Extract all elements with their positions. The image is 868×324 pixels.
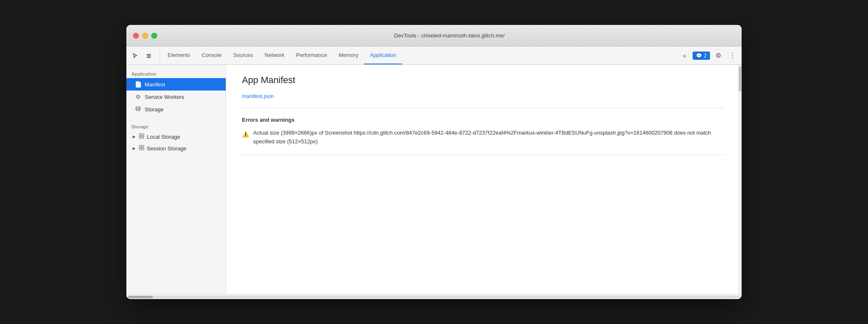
- application-section-label: Application: [126, 68, 226, 78]
- title-bar: DevTools - chiseled-mammoth-talos.glitch…: [126, 25, 742, 47]
- sidebar-item-manifest-label: Manifest: [145, 81, 165, 88]
- tabs: Elements Console Sources Network Perform…: [162, 47, 675, 64]
- session-storage-label: Session Storage: [147, 145, 186, 152]
- close-button[interactable]: [133, 33, 139, 39]
- toolbar-right: » 💬 2 ⚙ ⋮: [675, 47, 738, 64]
- storage-section-label: Storage: [126, 121, 226, 131]
- bottom-scrollbar[interactable]: [126, 294, 742, 299]
- sidebar-item-service-workers[interactable]: ⚙ Service Workers: [126, 91, 226, 103]
- svg-rect-6: [139, 137, 141, 139]
- sidebar: Application 📄 Manifest ⚙ Service Workers…: [126, 65, 226, 294]
- service-workers-icon: ⚙: [135, 93, 141, 100]
- tab-elements[interactable]: Elements: [162, 47, 196, 64]
- storage-icon: [135, 106, 141, 113]
- more-options-icon[interactable]: ⋮: [727, 50, 738, 61]
- svg-rect-8: [139, 145, 141, 147]
- content-scrollbar-thumb: [739, 66, 741, 91]
- bottom-scrollbar-track: [128, 296, 740, 298]
- traffic-lights: [133, 33, 157, 39]
- tab-performance[interactable]: Performance: [290, 47, 333, 64]
- svg-rect-0: [147, 54, 151, 55]
- window-title: DevTools - chiseled-mammoth-talos.glitch…: [164, 32, 735, 39]
- sidebar-item-service-workers-label: Service Workers: [145, 94, 184, 100]
- session-storage-grid-icon: [139, 145, 144, 152]
- local-storage-arrow: ▶: [131, 134, 136, 139]
- tab-memory[interactable]: Memory: [333, 47, 364, 64]
- minimize-button[interactable]: [142, 33, 148, 39]
- tab-application[interactable]: Application: [364, 47, 402, 64]
- svg-rect-9: [142, 145, 144, 147]
- local-storage-grid-icon: [139, 133, 144, 140]
- svg-rect-5: [142, 134, 144, 136]
- sidebar-item-local-storage[interactable]: ▶ Local Storage: [126, 131, 226, 142]
- sidebar-item-session-storage[interactable]: ▶ Session Storage: [126, 142, 226, 154]
- settings-icon[interactable]: ⚙: [713, 50, 724, 61]
- svg-rect-4: [139, 134, 141, 136]
- warning-icon: ⚠️: [242, 130, 249, 139]
- tab-network[interactable]: Network: [259, 47, 291, 64]
- msg-count: 2: [704, 53, 707, 59]
- sidebar-item-storage[interactable]: Storage: [126, 103, 226, 116]
- content-area: App Manifest manifest.json Errors and wa…: [229, 65, 738, 294]
- sidebar-item-manifest[interactable]: 📄 Manifest: [126, 78, 226, 91]
- page-title: App Manifest: [242, 75, 725, 86]
- content-scrollbar[interactable]: [738, 65, 742, 294]
- manifest-icon: 📄: [135, 81, 141, 88]
- warning-text: Actual size (3999×2666)px of Screenshot …: [253, 129, 725, 146]
- svg-point-3: [136, 107, 140, 108]
- tab-console[interactable]: Console: [196, 47, 227, 64]
- session-storage-arrow: ▶: [131, 146, 136, 151]
- cursor-icon[interactable]: [130, 50, 141, 61]
- msg-icon: 💬: [696, 53, 702, 59]
- toolbar-icons: [130, 47, 160, 64]
- messages-badge[interactable]: 💬 2: [693, 52, 710, 60]
- devtools-window: DevTools - chiseled-mammoth-talos.glitch…: [126, 25, 742, 299]
- svg-rect-1: [147, 55, 151, 56]
- svg-rect-11: [142, 148, 144, 150]
- local-storage-label: Local Storage: [147, 134, 180, 140]
- manifest-link[interactable]: manifest.json: [242, 93, 274, 99]
- main-content: Application 📄 Manifest ⚙ Service Workers…: [126, 65, 742, 294]
- more-tabs-button[interactable]: »: [678, 50, 690, 61]
- layers-icon[interactable]: [143, 50, 155, 61]
- errors-section-title: Errors and warnings: [242, 117, 725, 123]
- toolbar: Elements Console Sources Network Perform…: [126, 47, 742, 65]
- storage-section: Storage ▶ Local Storage ▶: [126, 121, 226, 154]
- svg-rect-10: [139, 148, 141, 150]
- tab-sources[interactable]: Sources: [227, 47, 259, 64]
- divider-2: [242, 155, 725, 155]
- svg-rect-2: [147, 57, 151, 58]
- svg-rect-7: [142, 137, 144, 139]
- maximize-button[interactable]: [151, 33, 157, 39]
- sidebar-item-storage-label: Storage: [145, 106, 164, 113]
- warning-row: ⚠️ Actual size (3999×2666)px of Screensh…: [242, 129, 725, 146]
- divider-1: [242, 108, 725, 108]
- bottom-scrollbar-thumb: [128, 296, 153, 298]
